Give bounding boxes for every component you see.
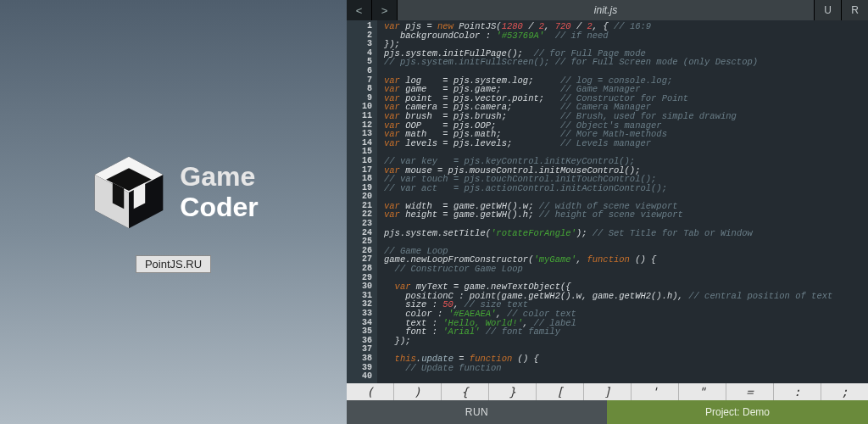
symbol-key[interactable]: ] [584, 383, 632, 400]
symbol-key[interactable]: ' [632, 383, 679, 400]
code-editor[interactable]: 1234567891011121314151617181920212223242… [347, 20, 868, 383]
symbol-key[interactable]: " [679, 383, 726, 400]
logo-text-line2: Coder [180, 192, 258, 222]
line-gutter: 1234567891011121314151617181920212223242… [347, 20, 377, 383]
symbol-key[interactable]: = [726, 383, 774, 400]
line-number: 38 [347, 354, 372, 364]
symbol-key[interactable]: : [774, 383, 821, 400]
line-number: 16 [347, 157, 372, 166]
line-number: 40 [347, 372, 372, 382]
code-area[interactable]: var pjs = new PointJS(1280 / 2, 720 / 2,… [377, 20, 868, 383]
code-line[interactable]: var levels = pjs.levels; // Levels manag… [384, 139, 868, 148]
undo-button[interactable]: U [814, 0, 841, 20]
logo-row: Game Coder [88, 152, 258, 233]
code-line[interactable]: // Update function [384, 364, 868, 373]
code-line[interactable]: // Constructor Game Loop [384, 265, 868, 274]
tab-next-button[interactable]: > [372, 0, 398, 20]
symbol-bar: (){}[]'"=:; [347, 383, 868, 400]
code-line[interactable] [384, 237, 868, 247]
line-number: 11 [347, 112, 372, 121]
symbol-key[interactable]: ) [394, 383, 442, 400]
left-panel: Game Coder PointJS.RU [0, 0, 347, 424]
code-line[interactable]: // pjs.system.initFullScreen(); // for F… [384, 58, 868, 67]
editor-panel: < > init.js U R 123456789101112131415161… [347, 0, 868, 424]
code-line[interactable]: font : 'Arial' // font family [384, 327, 868, 337]
site-badge[interactable]: PointJS.RU [136, 255, 211, 273]
tab-prev-button[interactable]: < [347, 0, 372, 20]
symbol-key[interactable]: } [489, 383, 537, 400]
code-line[interactable]: }); [384, 337, 868, 346]
symbol-key[interactable]: { [442, 383, 489, 400]
line-number: 1 [347, 22, 372, 31]
code-line[interactable]: backgroundColor : '#53769A' // if need [384, 31, 868, 41]
symbol-key[interactable]: ; [821, 383, 868, 400]
project-button[interactable]: Project: Demo [607, 400, 868, 424]
app-root: Game Coder PointJS.RU < > init.js U R 12… [0, 0, 868, 424]
symbol-key[interactable]: ( [347, 383, 394, 400]
bottom-bar: RUN Project: Demo [347, 400, 868, 424]
code-line[interactable]: pjs.system.setTitle('rotateForAngle'); /… [384, 229, 868, 238]
code-line[interactable]: var height = game.getWH().h; // height o… [384, 210, 868, 220]
code-line[interactable]: // var act = pjs.actionControl.initActio… [384, 184, 868, 193]
branding: Game Coder PointJS.RU [88, 152, 258, 273]
symbol-key[interactable]: [ [537, 383, 584, 400]
line-number: 6 [347, 67, 372, 76]
run-button[interactable]: RUN [347, 400, 607, 424]
code-line[interactable] [384, 372, 868, 382]
tab-bar: < > init.js U R [347, 0, 868, 20]
redo-button[interactable]: R [841, 0, 868, 20]
logo-text-line1: Game [180, 162, 258, 192]
line-number: 33 [347, 310, 372, 319]
logo-text: Game Coder [180, 162, 258, 221]
pointjs-logo-icon [88, 152, 170, 233]
active-tab[interactable]: init.js [398, 0, 814, 20]
